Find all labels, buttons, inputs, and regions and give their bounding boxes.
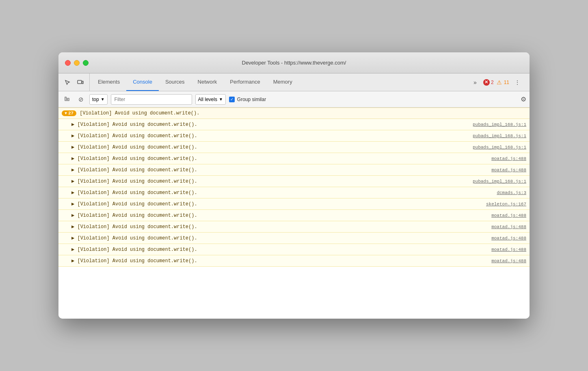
console-row-content: ▶ [Violation] Avoid using document.write… <box>71 121 197 127</box>
tab-elements[interactable]: Elements <box>91 73 126 91</box>
console-message-text: ▶ [Violation] Avoid using document.write… <box>71 235 197 241</box>
warn-badge[interactable]: ⚠ 11 <box>496 79 509 86</box>
tabs-bar: Elements Console Sources Network Perform… <box>58 73 530 91</box>
table-row: ▶ [Violation] Avoid using document.write… <box>58 233 530 244</box>
inspect-element-button[interactable] <box>62 77 73 88</box>
group-header-message: [Violation] Avoid using document.write()… <box>80 110 199 116</box>
console-row-content: ▶ [Violation] Avoid using document.write… <box>71 224 197 230</box>
console-row-content: ▶ [Violation] Avoid using document.write… <box>71 133 197 139</box>
context-dropdown-arrow: ▼ <box>101 97 105 101</box>
console-row-content: ▶ [Violation] Avoid using document.write… <box>71 235 197 241</box>
console-message-text: ▶ [Violation] Avoid using document.write… <box>71 121 197 127</box>
tabs-right-area: » ✕ 2 ⚠ 11 ⋮ <box>466 73 526 91</box>
tab-network[interactable]: Network <box>191 73 224 91</box>
table-row: ▶ [Violation] Avoid using document.write… <box>58 255 530 267</box>
console-message-text: ▶ [Violation] Avoid using document.write… <box>71 178 197 184</box>
table-row: ▶ [Violation] Avoid using document.write… <box>58 119 530 130</box>
table-row: ▶ [Violation] Avoid using document.write… <box>58 210 530 221</box>
group-similar-label: Group similar <box>237 97 266 102</box>
more-options-button[interactable]: ⋮ <box>512 77 523 88</box>
traffic-lights <box>65 60 89 66</box>
console-row-content: ▶ [Violation] Avoid using document.write… <box>71 201 197 207</box>
console-source-link[interactable]: moatad.js:488 <box>491 156 526 161</box>
tab-memory[interactable]: Memory <box>267 73 299 91</box>
console-row-content: ▶ [Violation] Avoid using document.write… <box>71 258 197 264</box>
main-tabs: Elements Console Sources Network Perform… <box>91 73 466 91</box>
level-dropdown-arrow: ▼ <box>219 97 223 101</box>
console-row-content: ▶ [Violation] Avoid using document.write… <box>71 155 197 162</box>
console-row-content: ▶ [Violation] Avoid using document.write… <box>71 246 197 252</box>
table-row: ▶ [Violation] Avoid using document.write… <box>58 142 530 153</box>
console-source-link[interactable]: moatad.js:488 <box>491 236 526 241</box>
console-row-content: ▶ [Violation] Avoid using document.write… <box>71 212 197 218</box>
table-row: ▶ [Violation] Avoid using document.write… <box>58 244 530 255</box>
svg-rect-1 <box>82 81 83 84</box>
maximize-button[interactable] <box>83 60 89 66</box>
log-level-selector[interactable]: All levels ▼ <box>195 94 226 105</box>
error-badge[interactable]: ✕ 2 <box>483 79 494 86</box>
console-source-link[interactable]: moatad.js:488 <box>491 224 526 229</box>
filter-input[interactable] <box>111 94 192 105</box>
table-row: ▶ [Violation] Avoid using document.write… <box>58 176 530 187</box>
console-message-text: ▶ [Violation] Avoid using document.write… <box>71 133 197 139</box>
console-source-link[interactable]: pubads_impl_168.js:1 <box>473 145 526 150</box>
table-row: ▶ [Violation] Avoid using document.write… <box>58 187 530 198</box>
console-group-header[interactable]: ▼ 27 [Violation] Avoid using document.wr… <box>58 108 530 119</box>
console-message-text: ▶ [Violation] Avoid using document.write… <box>71 212 197 218</box>
console-row-content: ▶ [Violation] Avoid using document.write… <box>71 190 197 196</box>
minimize-button[interactable] <box>74 60 80 66</box>
console-message-text: ▶ [Violation] Avoid using document.write… <box>71 190 197 196</box>
console-toolbar: ⊘ top ▼ All levels ▼ Group similar ⚙ <box>58 91 530 108</box>
console-source-link[interactable]: moatad.js:488 <box>491 247 526 252</box>
table-row: ▶ [Violation] Avoid using document.write… <box>58 130 530 142</box>
tab-console[interactable]: Console <box>126 73 159 91</box>
table-row: ▶ [Violation] Avoid using document.write… <box>58 198 530 210</box>
console-message-text: ▶ [Violation] Avoid using document.write… <box>71 155 197 162</box>
devtools-window: Developer Tools - https://www.theverge.c… <box>58 52 530 319</box>
tab-sources[interactable]: Sources <box>159 73 191 91</box>
group-similar-option: Group similar <box>229 97 266 102</box>
tab-performance[interactable]: Performance <box>223 73 266 91</box>
console-source-link[interactable]: moatad.js:488 <box>491 213 526 218</box>
warn-icon: ⚠ <box>496 79 503 86</box>
clear-console-button[interactable] <box>62 94 72 105</box>
table-row: ▶ [Violation] Avoid using document.write… <box>58 221 530 233</box>
console-source-link[interactable]: skeleton.js:167 <box>486 202 526 207</box>
settings-gear-button[interactable]: ⚙ <box>521 95 526 103</box>
titlebar: Developer Tools - https://www.theverge.c… <box>58 52 530 73</box>
console-source-link[interactable]: pubads_impl_168.js:1 <box>473 134 526 138</box>
context-selector[interactable]: top ▼ <box>89 94 108 105</box>
console-output[interactable]: ▼ 27 [Violation] Avoid using document.wr… <box>58 108 530 319</box>
console-message-text: ▶ [Violation] Avoid using document.write… <box>71 224 197 230</box>
window-title: Developer Tools - https://www.theverge.c… <box>242 60 346 66</box>
console-row-content: ▶ [Violation] Avoid using document.write… <box>71 144 197 150</box>
device-toggle-button[interactable] <box>75 77 86 88</box>
console-row-content: ▶ [Violation] Avoid using document.write… <box>71 178 197 184</box>
close-button[interactable] <box>65 60 71 66</box>
console-message-text: ▶ [Violation] Avoid using document.write… <box>71 167 197 173</box>
console-source-link[interactable]: pubads_impl_168.js:1 <box>473 179 526 184</box>
table-row: ▶ [Violation] Avoid using document.write… <box>58 153 530 164</box>
console-message-text: ▶ [Violation] Avoid using document.write… <box>71 144 197 150</box>
group-collapse-arrow: ▼ <box>65 111 67 116</box>
more-tabs-button[interactable]: » <box>469 77 481 88</box>
error-icon: ✕ <box>483 79 490 86</box>
console-source-link[interactable]: dcmads.js:3 <box>497 190 526 195</box>
console-row-content: ▶ [Violation] Avoid using document.write… <box>71 167 197 173</box>
table-row: ▶ [Violation] Avoid using document.write… <box>58 164 530 176</box>
console-source-link[interactable]: moatad.js:488 <box>491 259 526 263</box>
console-source-link[interactable]: moatad.js:488 <box>491 168 526 173</box>
console-message-text: ▶ [Violation] Avoid using document.write… <box>71 201 197 207</box>
group-similar-checkbox[interactable] <box>229 97 235 102</box>
block-icon-button[interactable]: ⊘ <box>76 94 86 105</box>
console-message-text: ▶ [Violation] Avoid using document.write… <box>71 246 197 252</box>
console-source-link[interactable]: pubads_impl_168.js:1 <box>473 122 526 127</box>
group-count-badge: ▼ 27 <box>62 110 76 116</box>
console-message-text: ▶ [Violation] Avoid using document.write… <box>71 258 197 264</box>
svg-rect-0 <box>78 80 82 84</box>
devtools-icon-group <box>62 73 90 91</box>
